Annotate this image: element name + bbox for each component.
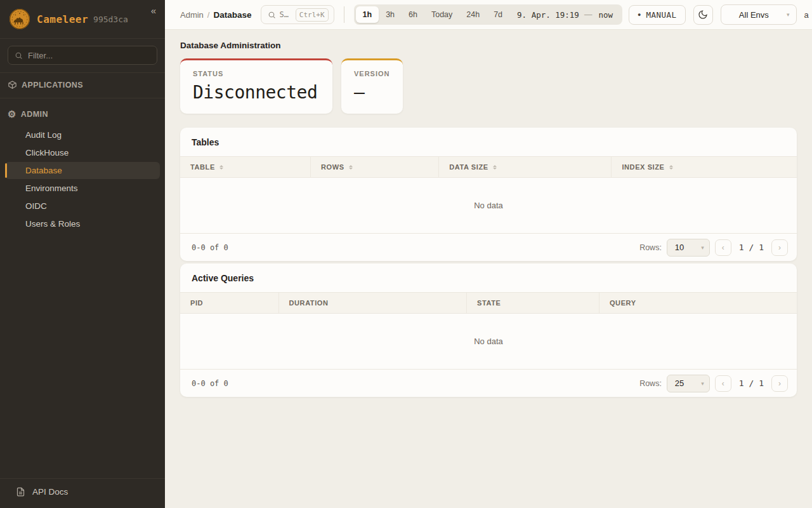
camel-coin-logo-icon: [9, 8, 30, 30]
column-header-duration[interactable]: DURATION: [279, 293, 467, 313]
tables-header-row: TABLE ROWS DATA SIZE INDEX SIZE: [180, 156, 797, 178]
sidebar-section-applications[interactable]: APPLICATIONS: [0, 73, 165, 97]
chevron-down-icon: ▾: [701, 244, 704, 251]
column-label: DATA SIZE: [449, 163, 488, 171]
sidebar-footer: API Docs: [0, 478, 165, 508]
version-card-label: VERSION: [354, 70, 390, 77]
section-label: ADMIN: [21, 110, 48, 119]
document-icon: [16, 487, 25, 497]
chevron-down-icon: ▾: [787, 11, 790, 18]
main-area: Admin / Database S… Ctrl+K 1h 3h 6h Toda…: [165, 0, 812, 508]
status-dot-icon: ●: [638, 12, 641, 18]
topbar: Admin / Database S… Ctrl+K 1h 3h 6h Toda…: [165, 0, 812, 30]
sidebar-filter[interactable]: [8, 46, 157, 65]
page-indicator: 1 / 1: [739, 243, 764, 252]
column-header-rows[interactable]: ROWS: [311, 157, 439, 177]
status-card: STATUS Disconnected: [180, 58, 332, 114]
prev-page-button[interactable]: ‹: [715, 239, 731, 256]
queries-pagination: 0-0 of 0 Rows: 25 ▾ ‹ 1 / 1 ›: [180, 369, 797, 397]
env-selector[interactable]: All Envs ▾: [721, 4, 797, 25]
next-page-button[interactable]: ›: [771, 375, 788, 392]
column-label: DURATION: [289, 299, 329, 307]
stats-row: STATUS Disconnected VERSION —: [180, 58, 797, 114]
prev-page-button[interactable]: ‹: [715, 375, 731, 392]
global-search-button[interactable]: S… Ctrl+K: [261, 5, 334, 24]
brand-name: Cameleer: [37, 13, 88, 25]
time-range-24h[interactable]: 24h: [459, 6, 487, 23]
next-page-button[interactable]: ›: [771, 239, 788, 256]
sidebar-item-environments[interactable]: Environments: [5, 180, 160, 197]
time-range-3h[interactable]: 3h: [379, 6, 402, 23]
column-label: ROWS: [321, 163, 344, 171]
sidebar-item-clickhouse[interactable]: ClickHouse: [5, 144, 160, 161]
time-range-1h[interactable]: 1h: [356, 6, 379, 23]
tables-card: Tables TABLE ROWS DATA SIZE INDEX SIZE: [180, 128, 797, 261]
truncated-user-text[interactable]: a: [804, 10, 811, 20]
tables-empty-state: No data: [180, 178, 797, 233]
env-selector-value: All Envs: [721, 10, 787, 20]
package-icon: [8, 80, 17, 90]
refresh-mode-button[interactable]: ● MANUAL: [629, 5, 686, 25]
tables-card-title: Tables: [180, 128, 797, 156]
column-header-table[interactable]: TABLE: [180, 157, 311, 177]
column-header-state[interactable]: STATE: [467, 293, 599, 313]
chevron-down-icon: ▾: [701, 380, 704, 387]
active-queries-card-title: Active Queries: [180, 264, 797, 292]
column-header-pid[interactable]: PID: [180, 293, 279, 313]
divider: [344, 6, 344, 23]
rows-per-page-select[interactable]: 25 ▾: [667, 375, 710, 392]
search-icon: [268, 11, 276, 19]
breadcrumb-separator: /: [207, 10, 210, 20]
sidebar-section-admin[interactable]: ⚙ ADMIN: [0, 102, 165, 126]
sidebar: Cameleer 995d3ca « APPLICATIONS ⚙ ADMIN …: [0, 0, 165, 508]
version-card-value: —: [354, 82, 390, 103]
api-docs-link[interactable]: API Docs: [0, 487, 165, 497]
api-docs-label: API Docs: [32, 487, 68, 497]
page-title: Database Administration: [180, 41, 797, 50]
time-range-today[interactable]: Today: [424, 6, 459, 23]
time-range-7d[interactable]: 7d: [487, 6, 509, 23]
sidebar-collapse-icon[interactable]: «: [151, 5, 156, 16]
sort-icon: [219, 165, 223, 170]
time-range-6h[interactable]: 6h: [402, 6, 424, 23]
content: Database Administration STATUS Disconnec…: [165, 30, 812, 508]
column-header-data-size[interactable]: DATA SIZE: [439, 157, 612, 177]
search-placeholder-text: S…: [280, 10, 289, 19]
column-header-index-size[interactable]: INDEX SIZE: [612, 157, 797, 177]
rows-per-page-select[interactable]: 10 ▾: [667, 239, 710, 257]
sidebar-filter-input[interactable]: [28, 51, 150, 60]
result-range-text: 0-0 of 0: [192, 379, 228, 388]
admin-nav: Audit Log ClickHouse Database Environmen…: [0, 126, 165, 236]
tables-pagination: 0-0 of 0 Rows: 10 ▾ ‹ 1 / 1 ›: [180, 233, 797, 261]
status-card-value: Disconnected: [193, 82, 320, 103]
column-header-query[interactable]: QUERY: [599, 293, 797, 313]
time-range-group: 1h 3h 6h Today 24h 7d 9. Apr. 19:19 — no…: [354, 4, 622, 25]
queries-empty-state: No data: [180, 314, 797, 369]
column-label: QUERY: [610, 299, 636, 307]
moon-icon: [698, 10, 708, 20]
active-queries-card: Active Queries PID DURATION STATE QUERY …: [180, 264, 797, 397]
sidebar-item-users-roles[interactable]: Users & Roles: [5, 215, 160, 232]
column-label: STATE: [477, 299, 501, 307]
search-icon: [15, 51, 23, 60]
sort-icon: [669, 165, 673, 170]
breadcrumb-admin[interactable]: Admin: [180, 10, 204, 20]
rows-per-page-label: Rows:: [639, 243, 662, 252]
rows-per-page-value: 10: [675, 243, 701, 252]
theme-toggle-button[interactable]: [693, 5, 713, 25]
sidebar-item-database[interactable]: Database: [5, 162, 160, 179]
page-indicator: 1 / 1: [739, 378, 764, 388]
status-card-label: STATUS: [193, 70, 320, 77]
gear-icon: ⚙: [8, 109, 16, 119]
sidebar-item-audit-log[interactable]: Audit Log: [5, 126, 160, 144]
queries-header-row: PID DURATION STATE QUERY: [180, 292, 797, 314]
sidebar-spacer: [0, 236, 165, 478]
date-range-separator: —: [583, 10, 594, 19]
column-label: INDEX SIZE: [622, 163, 664, 171]
date-range-to[interactable]: now: [593, 10, 620, 20]
refresh-mode-label: MANUAL: [646, 10, 676, 20]
sidebar-item-oidc[interactable]: OIDC: [5, 197, 160, 215]
sort-icon: [493, 165, 497, 170]
version-card: VERSION —: [341, 58, 403, 114]
date-range-from[interactable]: 9. Apr. 19:19: [509, 10, 583, 20]
